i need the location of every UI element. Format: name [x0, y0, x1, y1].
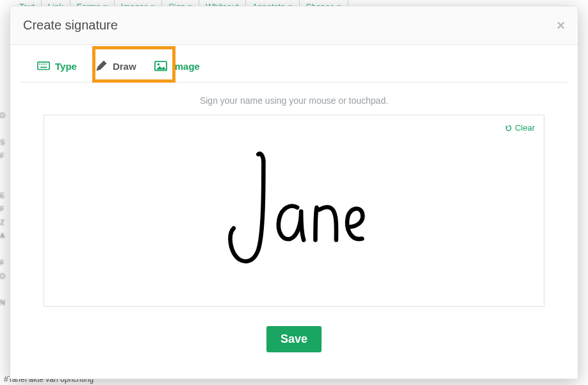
- tab-image[interactable]: Image: [145, 56, 209, 76]
- svg-rect-5: [40, 67, 47, 69]
- tab-draw-label: Draw: [113, 61, 136, 72]
- modal-footer: Save: [20, 307, 568, 359]
- image-icon: [154, 60, 167, 72]
- modal-header: Create signature ×: [10, 6, 578, 45]
- tab-type-label: Type: [55, 61, 77, 72]
- modal-title: Create signature: [23, 18, 118, 33]
- keyboard-icon: [37, 60, 50, 72]
- signature-draw-canvas[interactable]: Clear: [44, 115, 544, 307]
- tab-draw[interactable]: Draw: [86, 56, 145, 76]
- save-button[interactable]: Save: [266, 326, 322, 352]
- svg-rect-2: [42, 64, 43, 65]
- tab-type[interactable]: Type: [28, 56, 86, 76]
- svg-rect-3: [44, 64, 45, 65]
- tab-image-label: Image: [172, 61, 200, 72]
- close-icon[interactable]: ×: [557, 19, 565, 33]
- drawn-signature: [44, 115, 544, 306]
- svg-rect-1: [39, 64, 40, 65]
- svg-rect-4: [45, 64, 47, 65]
- create-signature-modal: Create signature × Type Draw: [10, 6, 578, 379]
- pencil-icon: [95, 60, 108, 72]
- svg-point-7: [157, 63, 159, 65]
- instruction-text: Sign your name using your mouse or touch…: [20, 95, 568, 106]
- modal-body: Type Draw Image: [10, 45, 578, 379]
- svg-rect-0: [38, 62, 49, 70]
- signature-mode-tabs: Type Draw Image: [20, 56, 568, 83]
